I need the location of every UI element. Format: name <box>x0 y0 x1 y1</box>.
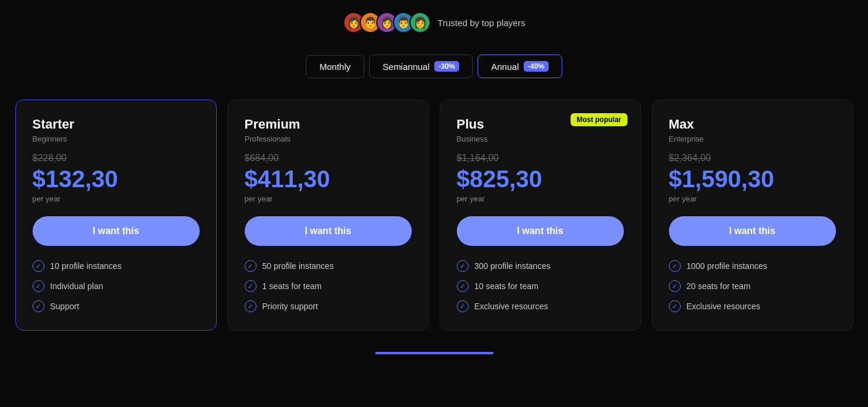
trust-text: Trusted by top players <box>438 18 526 28</box>
check-icon: ✓ <box>669 280 681 292</box>
plan-subtitle-plus: Business <box>457 134 624 143</box>
plan-price-starter: $132,30 <box>33 166 200 192</box>
check-icon: ✓ <box>245 300 257 312</box>
check-icon: ✓ <box>457 260 469 272</box>
features-list-premium: ✓ 50 profile instances ✓ 1 seats for tea… <box>245 260 412 312</box>
feature-item: ✓ Exclusive resources <box>457 300 624 312</box>
feature-item: ✓ 1 seats for team <box>245 280 412 292</box>
feature-text: 50 profile instances <box>262 261 334 271</box>
plan-subtitle-max: Enterprise <box>669 134 836 143</box>
check-icon: ✓ <box>33 260 44 272</box>
feature-text: Priority support <box>262 302 318 311</box>
plan-card-premium: Premium Professionals $684,00 $411,30 pe… <box>228 100 429 331</box>
feature-text: 1000 profile instances <box>687 261 767 271</box>
cta-button-max[interactable]: I want this <box>669 216 836 246</box>
feature-text: 10 seats for team <box>475 281 539 291</box>
feature-item: ✓ 300 profile instances <box>457 260 624 272</box>
feature-item: ✓ 20 seats for team <box>669 280 836 292</box>
cta-button-starter[interactable]: I want this <box>33 216 200 246</box>
feature-item: ✓ 50 profile instances <box>245 260 412 272</box>
billing-toggle: Monthly Semiannual -30% Annual -40% <box>306 55 562 78</box>
features-list-max: ✓ 1000 profile instances ✓ 20 seats for … <box>669 260 836 312</box>
check-icon: ✓ <box>33 280 44 292</box>
plan-original-price-premium: $684,00 <box>245 153 412 164</box>
check-icon: ✓ <box>669 300 681 312</box>
plan-original-price-max: $2,364,00 <box>669 153 836 164</box>
avatar-group: 👩 👨 👩 👨 👩 <box>343 12 431 33</box>
plan-period-plus: per year <box>457 194 624 203</box>
billing-semiannual-button[interactable]: Semiannual -30% <box>369 55 473 78</box>
plan-subtitle-starter: Beginners <box>33 134 200 143</box>
feature-text: Individual plan <box>50 281 104 291</box>
plan-price-max: $1,590,30 <box>669 166 836 192</box>
plan-card-starter: Starter Beginners $228,00 $132,30 per ye… <box>15 100 217 331</box>
plan-name-max: Max <box>669 117 836 132</box>
plan-original-price-starter: $228,00 <box>33 153 200 164</box>
avatar: 👩 <box>409 12 431 33</box>
check-icon: ✓ <box>245 260 257 272</box>
features-list-starter: ✓ 10 profile instances ✓ Individual plan… <box>33 260 200 312</box>
bottom-progress-bar <box>375 352 494 354</box>
plans-grid: Starter Beginners $228,00 $132,30 per ye… <box>14 100 855 331</box>
plan-price-premium: $411,30 <box>245 166 412 192</box>
feature-text: Exclusive resources <box>687 302 761 311</box>
billing-annual-button[interactable]: Annual -40% <box>478 55 562 78</box>
trust-bar: 👩 👨 👩 👨 👩 Trusted by top players <box>343 12 526 33</box>
cta-button-plus[interactable]: I want this <box>457 216 624 246</box>
semiannual-discount-badge: -30% <box>434 61 459 72</box>
plan-period-max: per year <box>669 194 836 203</box>
billing-annual-label: Annual <box>491 62 519 72</box>
feature-item: ✓ 1000 profile instances <box>669 260 836 272</box>
check-icon: ✓ <box>33 300 44 312</box>
feature-item: ✓ 10 seats for team <box>457 280 624 292</box>
feature-item: ✓ Support <box>33 300 200 312</box>
billing-semiannual-label: Semiannual <box>383 62 430 72</box>
cta-button-premium[interactable]: I want this <box>245 216 412 246</box>
plan-original-price-plus: $1,164,00 <box>457 153 624 164</box>
feature-item: ✓ 10 profile instances <box>33 260 200 272</box>
feature-text: 10 profile instances <box>50 261 122 271</box>
plan-card-plus: Most popular Plus Business $1,164,00 $82… <box>440 100 641 331</box>
plan-name-starter: Starter <box>33 117 200 132</box>
plan-price-plus: $825,30 <box>457 166 624 192</box>
plan-period-starter: per year <box>33 194 200 203</box>
plan-name-premium: Premium <box>245 117 412 132</box>
feature-text: Support <box>50 302 79 311</box>
check-icon: ✓ <box>245 280 257 292</box>
feature-item: ✓ Exclusive resources <box>669 300 836 312</box>
check-icon: ✓ <box>457 300 469 312</box>
billing-monthly-button[interactable]: Monthly <box>306 55 364 78</box>
plan-period-premium: per year <box>245 194 412 203</box>
annual-discount-badge: -40% <box>524 61 549 72</box>
plan-subtitle-premium: Professionals <box>245 134 412 143</box>
most-popular-badge: Most popular <box>571 113 627 126</box>
feature-item: ✓ Priority support <box>245 300 412 312</box>
plan-card-max: Max Enterprise $2,364,00 $1,590,30 per y… <box>652 100 853 331</box>
feature-item: ✓ Individual plan <box>33 280 200 292</box>
billing-monthly-label: Monthly <box>319 62 351 72</box>
feature-text: 300 profile instances <box>475 261 550 271</box>
feature-text: Exclusive resources <box>475 302 549 311</box>
check-icon: ✓ <box>669 260 681 272</box>
check-icon: ✓ <box>457 280 469 292</box>
feature-text: 1 seats for team <box>262 281 322 291</box>
feature-text: 20 seats for team <box>687 281 751 291</box>
features-list-plus: ✓ 300 profile instances ✓ 10 seats for t… <box>457 260 624 312</box>
